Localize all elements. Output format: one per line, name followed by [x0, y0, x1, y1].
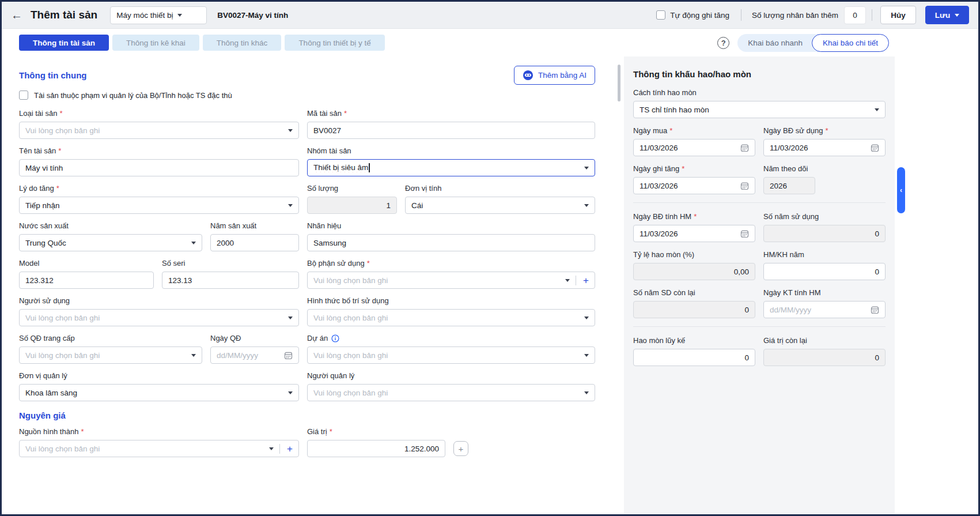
field-value: 2000 [217, 239, 293, 247]
chevron-down-icon [955, 14, 959, 17]
field-value: 1 [313, 201, 391, 210]
so-qd-trang-cap-select[interactable]: Vui lòng chọn bản ghi [19, 346, 202, 364]
don-vi-quan-ly-select[interactable]: Khoa lâm sàng [19, 384, 299, 401]
calendar-icon[interactable] [740, 182, 749, 190]
placeholder-text: Vui lòng chọn bản ghi [25, 314, 283, 322]
divider [872, 9, 872, 21]
tab-thong-tin-tai-san[interactable]: Thông tin tài sản [19, 35, 109, 51]
nuoc-san-xuat-select[interactable]: Trung Quốc [19, 234, 202, 251]
field-label: HM/KH năm [763, 250, 804, 259]
tab-thong-tin-thiet-bi-y-te[interactable]: Thông tin thiết bị y tế [285, 35, 384, 51]
add-record-button[interactable]: + [576, 276, 589, 285]
main-form-column: Thông tin chung Thêm bằng AI Tài sản thu… [2, 57, 624, 514]
mode-quick-option[interactable]: Khai báo nhanh [748, 39, 803, 47]
hao-mon-luy-ke-input[interactable]: 0 [633, 349, 755, 366]
field-label: Mã tài sản [307, 109, 342, 118]
field-value: 2026 [770, 182, 809, 190]
field-label: Ngày QĐ [210, 334, 241, 342]
asset-breadcrumb: BV0027-Máy vi tính [217, 11, 288, 20]
clone-count-label: Số lượng nhân bản thêm [752, 11, 838, 20]
field-label: Cách tính hao mòn [633, 88, 697, 97]
ngay-mua-date-input[interactable]: 11/03/2026 [633, 139, 755, 156]
page-title: Thêm tài sản [31, 9, 97, 21]
nam-san-xuat-input[interactable]: 2000 [210, 234, 299, 251]
field-value: Cái [411, 201, 580, 210]
nhom-tai-san-combobox[interactable]: Thiết bị siêu âm [307, 159, 595, 176]
add-with-ai-button[interactable]: Thêm bằng AI [514, 66, 595, 85]
back-arrow-icon[interactable]: ← [11, 9, 22, 22]
field-label: Dự án [307, 334, 328, 342]
chevron-down-icon [565, 279, 570, 282]
auto-increase-checkbox[interactable] [656, 10, 665, 20]
ngay-ghi-tang-date-input[interactable]: 11/03/2026 [633, 177, 755, 194]
field-ngay-bd-tinh-hm: Ngày BĐ tính HM* 11/03/2026 [633, 212, 755, 242]
chevron-down-icon [584, 317, 589, 319]
add-record-button[interactable]: + [279, 444, 293, 454]
du-an-select[interactable]: Vui lòng chọn bản ghi [307, 346, 595, 364]
field-label: Tỷ lệ hao mòn (%) [633, 250, 694, 259]
scope-checkbox[interactable] [19, 91, 28, 100]
mode-detail-option[interactable]: Khai báo chi tiết [812, 34, 889, 52]
calendar-icon[interactable] [740, 144, 749, 152]
chevron-left-icon: ‹ [900, 186, 902, 194]
loai-tai-san-select[interactable]: Vui lòng chọn bản ghi [19, 122, 299, 139]
field-value: BV0027 [313, 126, 589, 135]
field-label: Số QĐ trang cấp [19, 334, 75, 342]
chevron-down-icon [269, 447, 274, 450]
field-nhan-hieu: Nhãn hiệu Samsung [307, 221, 595, 251]
field-nuoc-san-xuat: Nước sản xuất Trung Quốc [19, 221, 202, 251]
chevron-down-icon [191, 354, 196, 357]
nhan-hieu-input[interactable]: Samsung [307, 234, 595, 251]
field-label: Lý do tăng [19, 184, 54, 193]
calendar-icon[interactable] [284, 351, 293, 360]
so-seri-input[interactable]: 123.13 [162, 272, 299, 289]
don-vi-tinh-select[interactable]: Cái [405, 197, 595, 214]
nguoi-quan-ly-select[interactable]: Vui lòng chọn bản ghi [307, 384, 595, 401]
calendar-icon[interactable] [871, 144, 879, 152]
field-ngay-mua: Ngày mua* 11/03/2026 [633, 126, 755, 156]
asset-type-select[interactable]: Máy móc thiết bị [110, 6, 207, 24]
scrollbar-thumb[interactable] [618, 65, 620, 101]
field-label: Ngày BĐ sử dụng [763, 126, 823, 135]
tab-thong-tin-khac[interactable]: Thông tin khác [203, 35, 282, 51]
ngay-kt-tinh-hm-date-input[interactable]: dd/MM/yyyy [763, 301, 886, 318]
nguoi-su-dung-select[interactable]: Vui lòng chọn bản ghi [19, 309, 299, 326]
calendar-icon[interactable] [740, 229, 749, 238]
required-mark: * [682, 164, 684, 173]
gia-tri-input[interactable]: 1.252.000 [307, 440, 445, 457]
clone-count-input[interactable]: 0 [844, 6, 866, 24]
info-icon[interactable] [331, 334, 339, 342]
ngay-bd-tinh-hm-date-input[interactable]: 11/03/2026 [633, 225, 755, 242]
hm-kh-nam-input[interactable]: 0 [763, 263, 886, 280]
tab-thong-tin-ke-khai[interactable]: Thông tin kê khai [112, 35, 199, 51]
cancel-button[interactable]: Hủy [880, 6, 916, 24]
field-label: Tên tài sản [19, 146, 56, 155]
field-label: Hao mòn lũy kế [633, 336, 685, 345]
field-model: Model 123.312 [19, 259, 154, 289]
field-label: Số năm sử dụng [763, 212, 819, 221]
help-icon[interactable]: ? [717, 37, 729, 49]
bo-phan-su-dung-select[interactable]: Vui lòng chọn bản ghi + [307, 272, 595, 289]
placeholder-text: dd/MM/yyyy [217, 351, 279, 360]
ly-do-tang-select[interactable]: Tiếp nhận [19, 197, 299, 214]
cach-tinh-hao-mon-select[interactable]: TS chỉ tính hao mòn [633, 101, 886, 118]
field-label: Năm theo dõi [763, 164, 808, 173]
ma-tai-san-input[interactable]: BV0027 [307, 122, 595, 139]
hinh-thuc-bo-tri-select[interactable]: Vui lòng chọn bản ghi [307, 309, 595, 326]
model-input[interactable]: 123.312 [19, 272, 154, 289]
panel-collapse-handle[interactable]: ‹ [897, 167, 905, 213]
save-button[interactable]: Lưu [925, 6, 969, 24]
field-loai-tai-san: Loại tài sản* Vui lòng chọn bản ghi [19, 109, 299, 139]
chevron-down-icon [584, 167, 589, 170]
add-cost-row-button[interactable]: + [453, 441, 468, 456]
field-hinh-thuc-bo-tri: Hình thức bố trí sử dụng Vui lòng chọn b… [307, 296, 595, 326]
divider [741, 9, 741, 21]
content: Thông tin chung Thêm bằng AI Tài sản thu… [2, 57, 978, 514]
ten-tai-san-input[interactable]: Máy vi tính [19, 159, 299, 176]
nguon-hinh-thanh-select[interactable]: Vui lòng chọn bản ghi + [19, 440, 299, 457]
field-nguoi-quan-ly: Người quản lý Vui lòng chọn bản ghi [307, 371, 595, 401]
calendar-icon[interactable] [871, 306, 879, 314]
ngay-qd-date-input[interactable]: dd/MM/yyyy [210, 346, 299, 364]
declaration-mode-toggle[interactable]: Khai báo nhanh Khai báo chi tiết [737, 34, 889, 52]
ngay-bd-su-dung-date-input[interactable]: 11/03/2026 [763, 139, 886, 156]
